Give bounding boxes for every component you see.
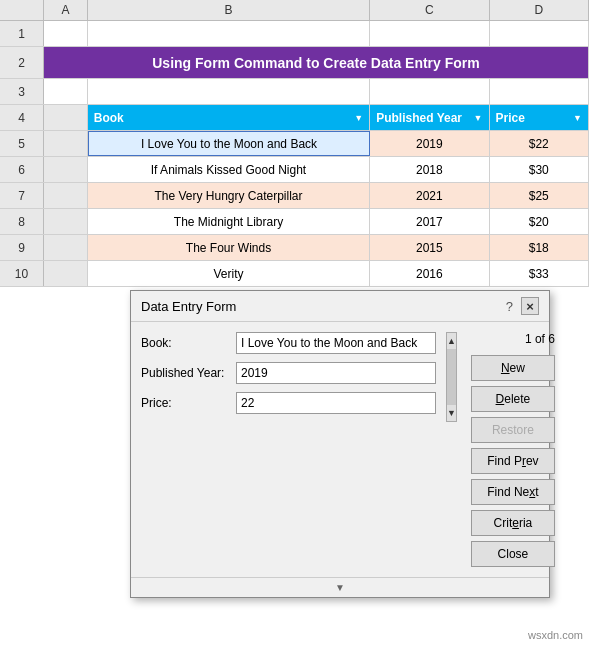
watermark: wsxdn.com xyxy=(528,629,583,641)
dialog-title: Data Entry Form xyxy=(141,299,236,314)
table-row: 4 Book ▼ Published Year ▼ Price ▼ xyxy=(0,105,589,131)
price-field-row: Price: xyxy=(141,392,436,414)
dialog-body: Book: Published Year: Price: ▲ ▼ 1 of 6 xyxy=(131,322,549,577)
table-row[interactable]: 8 The Midnight Library 2017 $20 xyxy=(0,209,589,235)
cell-9a xyxy=(44,235,88,260)
col-header-b: B xyxy=(88,0,370,20)
col-header-book[interactable]: Book ▼ xyxy=(88,105,370,130)
dialog-controls: ? × xyxy=(506,297,539,315)
cell-price-7[interactable]: $25 xyxy=(490,183,589,208)
dialog-close-button[interactable]: × xyxy=(521,297,539,315)
row-num: 8 xyxy=(0,209,44,234)
cell-year-5[interactable]: 2019 xyxy=(370,131,489,156)
close-label: Close xyxy=(498,547,529,561)
year-input[interactable] xyxy=(236,362,436,384)
book-input[interactable] xyxy=(236,332,436,354)
row-num: 4 xyxy=(0,105,44,130)
cell-book-8[interactable]: The Midnight Library xyxy=(88,209,370,234)
find-prev-button[interactable]: Find Prev xyxy=(471,448,555,474)
data-entry-dialog: Data Entry Form ? × Book: Published Year… xyxy=(130,290,550,598)
year-label: Published Year: xyxy=(141,362,236,380)
table-row[interactable]: 5 I Love You to the Moon and Back 2019 $… xyxy=(0,131,589,157)
criteria-button[interactable]: Criteria xyxy=(471,510,555,536)
find-prev-label: Find Prev xyxy=(487,454,538,468)
cell-3b[interactable] xyxy=(88,79,370,104)
spreadsheet: A B C D 1 2 Using Form Command to Create… xyxy=(0,0,589,287)
price-label: Price: xyxy=(141,392,236,410)
price-input[interactable] xyxy=(236,392,436,414)
cell-year-6[interactable]: 2018 xyxy=(370,157,489,182)
cell-price-6[interactable]: $30 xyxy=(490,157,589,182)
row-num: 7 xyxy=(0,183,44,208)
row-num: 5 xyxy=(0,131,44,156)
table-row: 2 Using Form Command to Create Data Entr… xyxy=(0,47,589,79)
cell-3c[interactable] xyxy=(370,79,489,104)
corner-cell xyxy=(0,0,44,20)
table-row[interactable]: 6 If Animals Kissed Good Night 2018 $30 xyxy=(0,157,589,183)
cell-book-7[interactable]: The Very Hungry Caterpillar xyxy=(88,183,370,208)
cell-1c[interactable] xyxy=(370,21,489,46)
find-next-label: Find Next xyxy=(487,485,538,499)
delete-button[interactable]: Delete xyxy=(471,386,555,412)
scroll-track xyxy=(447,349,456,405)
scroll-up-arrow[interactable]: ▲ xyxy=(447,333,456,349)
book-header-label: Book xyxy=(94,111,124,125)
cell-year-8[interactable]: 2017 xyxy=(370,209,489,234)
table-row: 1 xyxy=(0,21,589,47)
restore-button[interactable]: Restore xyxy=(471,417,555,443)
bottom-scroll-down-icon[interactable]: ▼ xyxy=(335,582,345,593)
col-header-d: D xyxy=(490,0,589,20)
delete-button-label: Delete xyxy=(496,392,531,406)
row-num: 9 xyxy=(0,235,44,260)
year-dropdown-icon[interactable]: ▼ xyxy=(474,113,483,123)
record-info: 1 of 6 xyxy=(471,332,555,346)
row-num: 1 xyxy=(0,21,44,46)
book-dropdown-icon[interactable]: ▼ xyxy=(354,113,363,123)
cell-1d[interactable] xyxy=(490,21,589,46)
cell-10a xyxy=(44,261,88,286)
row-num: 2 xyxy=(0,47,44,78)
cell-7a xyxy=(44,183,88,208)
criteria-label: Criteria xyxy=(494,516,533,530)
cell-3a[interactable] xyxy=(44,79,88,104)
dialog-fields: Book: Published Year: Price: xyxy=(141,332,436,567)
book-label: Book: xyxy=(141,332,236,350)
find-next-button[interactable]: Find Next xyxy=(471,479,555,505)
cell-price-8[interactable]: $20 xyxy=(490,209,589,234)
table-row[interactable]: 9 The Four Winds 2015 $18 xyxy=(0,235,589,261)
cell-book-10[interactable]: Verity xyxy=(88,261,370,286)
row-num: 10 xyxy=(0,261,44,286)
table-row[interactable]: 7 The Very Hungry Caterpillar 2021 $25 xyxy=(0,183,589,209)
dialog-help-button[interactable]: ? xyxy=(506,299,513,314)
cell-book-6[interactable]: If Animals Kissed Good Night xyxy=(88,157,370,182)
col-headers-row: A B C D xyxy=(0,0,589,21)
cell-year-10[interactable]: 2016 xyxy=(370,261,489,286)
col-header-price[interactable]: Price ▼ xyxy=(490,105,589,130)
cell-6a xyxy=(44,157,88,182)
close-button[interactable]: Close xyxy=(471,541,555,567)
cell-book-5[interactable]: I Love You to the Moon and Back xyxy=(88,131,370,156)
col-header-year[interactable]: Published Year ▼ xyxy=(370,105,489,130)
cell-year-9[interactable]: 2015 xyxy=(370,235,489,260)
scroll-down-arrow[interactable]: ▼ xyxy=(447,405,456,421)
new-button[interactable]: New xyxy=(471,355,555,381)
cell-8a xyxy=(44,209,88,234)
table-row: 3 xyxy=(0,79,589,105)
cell-5a xyxy=(44,131,88,156)
cell-3d[interactable] xyxy=(490,79,589,104)
cell-1b[interactable] xyxy=(88,21,370,46)
cell-book-9[interactable]: The Four Winds xyxy=(88,235,370,260)
cell-1a[interactable] xyxy=(44,21,88,46)
dialog-scrollbar[interactable]: ▲ ▼ xyxy=(446,332,457,422)
book-field-row: Book: xyxy=(141,332,436,354)
price-dropdown-icon[interactable]: ▼ xyxy=(573,113,582,123)
row-num: 6 xyxy=(0,157,44,182)
cell-year-7[interactable]: 2021 xyxy=(370,183,489,208)
table-row[interactable]: 10 Verity 2016 $33 xyxy=(0,261,589,287)
row-num: 3 xyxy=(0,79,44,104)
title-cell: Using Form Command to Create Data Entry … xyxy=(44,47,589,78)
cell-price-9[interactable]: $18 xyxy=(490,235,589,260)
cell-price-10[interactable]: $33 xyxy=(490,261,589,286)
cell-price-5[interactable]: $22 xyxy=(490,131,589,156)
dialog-bottom-scroll: ▼ xyxy=(131,577,549,597)
